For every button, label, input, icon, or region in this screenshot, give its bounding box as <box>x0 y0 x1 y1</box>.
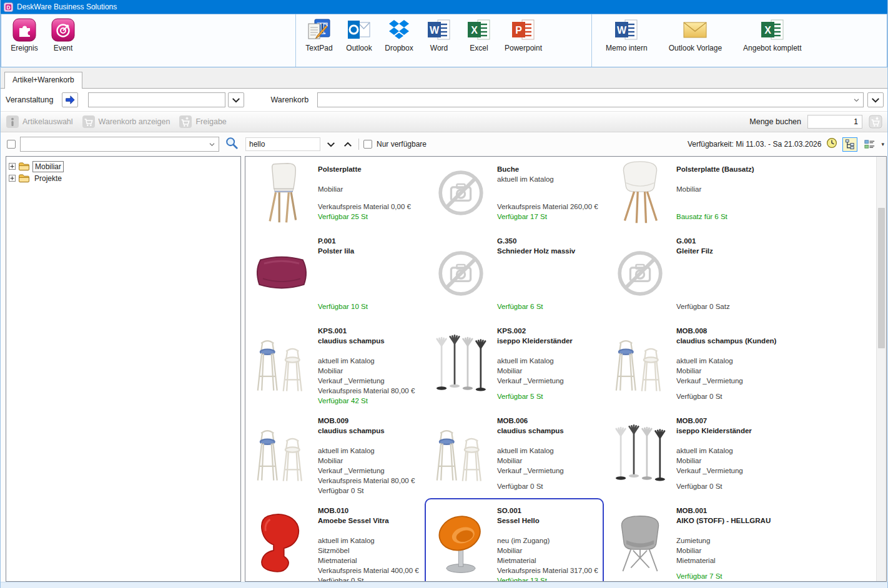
article-card-g-001[interactable]: G.001Gleiter FilzVerfügbar 0 Satz <box>604 228 783 318</box>
article-card-kps-002[interactable]: KPS.002iseppo Kleiderständer aktuell im … <box>425 318 604 408</box>
article-card-kps-001[interactable]: KPS.001claudius schampus aktuell im Kata… <box>245 318 425 408</box>
tree-item-mobiliar[interactable]: Mobiliar <box>9 160 238 172</box>
article-name: Gleiter Filz <box>676 246 778 256</box>
ribbon-button-label: Angebot komplett <box>743 44 801 52</box>
article-attribute: aktuell im Katalog <box>497 356 599 366</box>
ribbon-button-angebot-komplett[interactable]: XAngebot komplett <box>741 17 804 53</box>
article-card-polsterplatte-bausatz[interactable]: Polsterplatte (Bausatz) MobiliarBausatz … <box>604 157 783 228</box>
article-card-mob-007[interactable]: MOB.007iseppo Kleiderständer aktuell im … <box>604 408 783 498</box>
article-card-mob-010[interactable]: MOB.010Amoebe Sessel Vitra aktuell im Ka… <box>245 498 425 582</box>
vertical-scrollbar[interactable] <box>876 157 886 581</box>
ribbon-button-event[interactable]: Event <box>46 17 80 53</box>
only-available-checkbox[interactable] <box>363 140 372 149</box>
tree-item-projekte[interactable]: Projekte <box>9 172 238 184</box>
tree-search-combobox[interactable] <box>20 137 219 152</box>
ribbon-button-memo-intern[interactable]: WMemo intern <box>603 17 650 53</box>
status-bar <box>1 582 887 588</box>
filter-row: Veranstaltung Warenkorb <box>1 89 887 111</box>
ereignis-icon <box>10 18 39 42</box>
article-number: MOB.001 <box>676 506 778 516</box>
article-availability: Verfügbar 0 St <box>676 481 778 491</box>
ribbon-button-outlook-vorlage[interactable]: Outlook Vorlage <box>666 17 724 53</box>
ribbon-button-label: Powerpoint <box>505 44 542 52</box>
article-number: MOB.010 <box>318 506 420 516</box>
textpad-icon: T <box>305 18 333 42</box>
article-name: Polsterplatte <box>318 164 420 174</box>
article-attribute: Mobiliar <box>318 366 420 376</box>
no-photo-icon <box>430 160 492 225</box>
article-availability: Verfügbar 7 St <box>676 571 778 581</box>
ribbon-button-word[interactable]: WWord <box>422 17 456 53</box>
ribbon-toolbar: EreignisEvent TTextPadOutlookDropboxWWor… <box>1 14 887 67</box>
tab-artikel-warenkorb[interactable]: Artikel+Warenkorb <box>4 72 82 89</box>
article-card-p-001[interactable]: P.001Polster lilaVerfügbar 10 St <box>245 228 425 318</box>
chevron-down-icon <box>209 142 215 147</box>
veranstaltung-input[interactable] <box>88 92 225 107</box>
article-price: Verkaufspreis Material 260,00 € <box>497 202 599 212</box>
article-attribute: Verkauf _Vermietung <box>497 466 599 476</box>
menge-buchen-button[interactable] <box>869 115 882 129</box>
tree-search-button[interactable] <box>224 136 240 152</box>
warenkorb-anzeigen-button[interactable]: Warenkorb anzeigen <box>82 115 170 129</box>
article-card-so-001[interactable]: SO.001Sessel Hello neu (im Zugang)Mobili… <box>425 498 604 582</box>
ribbon-button-powerpoint[interactable]: PPowerpoint <box>502 17 545 53</box>
coatrack-icon <box>430 322 492 404</box>
article-card-mob-001[interactable]: MOB.001AIKO (STOFF) - HELLGRAU Zumietung… <box>604 498 783 582</box>
article-card-mob-008[interactable]: MOB.008claudius schampus (Kunden) aktuel… <box>604 318 783 408</box>
article-card-polsterplatte[interactable]: Polsterplatte MobiliarVerkaufspreis Mate… <box>245 157 425 228</box>
envelope-icon <box>681 18 709 42</box>
availability-clock-button[interactable] <box>826 138 838 150</box>
tree-item-label: Mobiliar <box>32 161 64 172</box>
svg-text:X: X <box>471 25 478 36</box>
article-number: P.001 <box>318 236 420 246</box>
only-available-label: Nur verfügbare <box>377 140 427 149</box>
warenkorb-expand-button[interactable] <box>867 92 884 107</box>
artikelauswahl-button[interactable]: Artikelauswahl <box>6 115 73 129</box>
article-price: Verkaufspreis Material 80,00 € <box>318 476 420 486</box>
cart-plus-icon <box>179 115 192 129</box>
veranstaltung-goto-button[interactable] <box>62 92 78 107</box>
article-grid: Polsterplatte MobiliarVerkaufspreis Mate… <box>245 157 783 582</box>
menge-buchen-input[interactable] <box>807 115 862 129</box>
article-number: SO.001 <box>497 506 599 516</box>
ribbon-button-outlook[interactable]: Outlook <box>342 17 376 53</box>
scrollbar-thumb[interactable] <box>878 208 885 348</box>
tree-view-toggle-button[interactable] <box>842 137 857 152</box>
article-availability: Verfügbar 13 St <box>497 576 599 582</box>
article-card-mob-006[interactable]: MOB.006claudius schampus aktuell im Kata… <box>425 408 604 498</box>
view-mode-button[interactable] <box>862 137 877 152</box>
expand-plus-icon[interactable] <box>9 163 16 170</box>
ribbon-button-ereignis[interactable]: Ereignis <box>7 17 41 53</box>
freigabe-button[interactable]: Freigabe <box>179 115 226 129</box>
tree-search-checkbox[interactable] <box>7 140 16 149</box>
ribbon-button-textpad[interactable]: TTextPad <box>302 17 336 53</box>
article-attribute: Verkauf _Vermietung <box>318 376 420 386</box>
search-prev-button[interactable] <box>342 138 354 150</box>
article-name: Sessel Hello <box>497 516 599 526</box>
main-area: MobiliarProjekte hello Nur verfügbare Ve… <box>1 132 887 582</box>
article-number: KPS.001 <box>318 326 420 336</box>
article-name: claudius schampus <box>318 336 420 346</box>
ribbon-button-label: Excel <box>470 44 488 52</box>
article-availability: Verfügbar 0 St <box>676 391 778 401</box>
article-attribute: Verkauf _Vermietung <box>676 466 778 476</box>
search-next-button[interactable] <box>325 138 337 150</box>
article-card-g-350[interactable]: G.350Schnieder Holz massivVerfügbar 6 St <box>425 228 604 318</box>
cart-icon <box>82 115 96 129</box>
article-number: MOB.008 <box>676 326 778 336</box>
article-card-buche[interactable]: Bucheaktuell im KatalogVerkaufspreis Mat… <box>425 157 604 228</box>
article-card-mob-009[interactable]: MOB.009claudius schampus aktuell im Kata… <box>245 408 425 498</box>
chevron-down-icon <box>871 97 880 103</box>
veranstaltung-dropdown-button[interactable] <box>228 92 244 107</box>
expand-plus-icon[interactable] <box>9 175 16 182</box>
ribbon-button-excel[interactable]: XExcel <box>462 17 496 53</box>
catalog-search-combobox[interactable]: hello <box>245 137 320 151</box>
article-availability: Verfügbar 6 St <box>497 301 599 311</box>
svg-text:P: P <box>515 25 522 36</box>
chevron-down-icon <box>853 98 860 102</box>
view-mode-caret-icon[interactable]: ▾ <box>881 141 884 147</box>
ribbon-button-dropbox[interactable]: Dropbox <box>382 17 416 53</box>
article-attribute: Mietmaterial <box>497 556 599 566</box>
warenkorb-combobox[interactable] <box>317 92 864 107</box>
gray-armchair-icon <box>609 502 671 582</box>
